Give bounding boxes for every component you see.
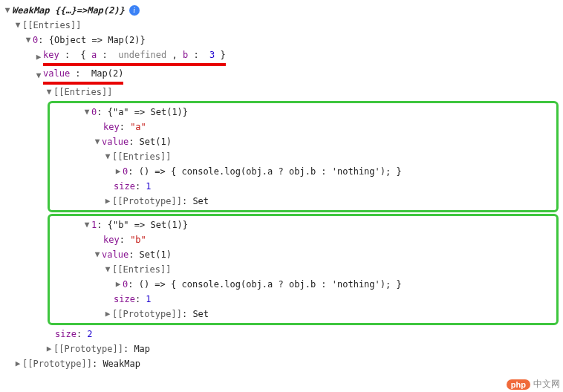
set-entry-index: 0 — [123, 277, 128, 292]
inner-0-size-row: size : 1 — [51, 179, 555, 194]
inner-0-set-entry-0-row[interactable]: 0 : () => { console.log(obj.a ? obj.b : … — [51, 164, 555, 179]
value-summary: Set(1) — [140, 134, 172, 149]
set-entry-value: () => { console.log(obj.a ? obj.b : 'not… — [139, 164, 402, 179]
proto-value: WeakMap — [102, 356, 140, 371]
inner-1-set-entries-row[interactable]: [[Entries]] — [51, 262, 555, 277]
root-summary-mid: => — [77, 3, 87, 18]
expand-arrow-icon[interactable] — [93, 247, 102, 262]
expand-arrow-icon[interactable] — [34, 68, 43, 83]
key-label: key — [103, 232, 120, 247]
prop-a-val: undefined — [118, 50, 166, 60]
root-type: WeakMap — [12, 3, 50, 18]
expand-arrow-icon[interactable] — [103, 307, 112, 321]
expand-arrow-icon[interactable] — [103, 194, 112, 209]
inner-1-size-row: size : 1 — [51, 292, 555, 307]
key-label: key — [103, 120, 120, 134]
prop-b-name: b — [183, 50, 188, 60]
expand-arrow-icon[interactable] — [103, 262, 112, 277]
expand-arrow-icon[interactable] — [103, 149, 112, 164]
watermark-text: 中文网 — [533, 378, 560, 391]
expand-arrow-icon[interactable] — [34, 50, 43, 65]
map-proto-row[interactable]: [[Prototype]] : Map — [3, 342, 563, 356]
value-label: value — [102, 247, 128, 262]
size-value: 1 — [146, 179, 151, 194]
inner-0-proto-row[interactable]: [[Prototype]] : Set — [51, 194, 555, 209]
set-entry-value: () => { console.log(obj.a ? obj.b : 'not… — [139, 277, 402, 292]
size-label: size — [114, 179, 135, 194]
entry-index: 0 — [33, 33, 38, 48]
root-summary-close: Map(2)} — [87, 3, 125, 18]
entries-row[interactable]: [[Entries]] — [3, 18, 563, 33]
sep: , — [172, 50, 183, 60]
size-label: size — [114, 292, 135, 307]
size-value: 1 — [146, 292, 151, 307]
size-label: size — [55, 327, 77, 342]
inner-0-value-row[interactable]: value : Set(1) — [51, 134, 555, 149]
expand-arrow-icon[interactable] — [45, 85, 53, 99]
entry-0-row[interactable]: 0 : {Object => Map(2)} — [3, 33, 563, 48]
inner-0-set-entries-row[interactable]: [[Entries]] — [51, 149, 555, 164]
root-summary-open: {{…} — [55, 3, 77, 18]
root-proto-row[interactable]: [[Prototype]] : WeakMap — [3, 356, 563, 371]
entries-label: [[Entries]] — [22, 18, 81, 33]
obj-open: { — [81, 50, 86, 60]
expand-arrow-icon[interactable] — [82, 218, 91, 232]
entry-summary: {Object => Map(2)} — [49, 33, 146, 48]
obj-close: } — [221, 50, 226, 60]
expand-arrow-icon[interactable] — [93, 134, 102, 149]
proto-label: [[Prototype]] — [112, 307, 182, 321]
expand-arrow-icon[interactable] — [13, 356, 22, 371]
inner-1-set-entry-0-row[interactable]: 0 : () => { console.log(obj.a ? obj.b : … — [51, 277, 555, 292]
prop-b-val: 3 — [209, 50, 215, 60]
expand-arrow-icon[interactable] — [13, 18, 22, 33]
proto-value: Map — [134, 342, 150, 356]
inner-index: 1 — [91, 218, 97, 232]
expand-arrow-icon[interactable] — [24, 33, 33, 48]
inner-1-row[interactable]: 1 : {"b" => Set(1)} — [51, 218, 555, 232]
prop-a-name: a — [91, 50, 97, 60]
entries-label: [[Entries]] — [112, 262, 171, 277]
watermark-logo: php — [507, 379, 530, 390]
proto-label: [[Prototype]] — [22, 356, 92, 371]
highlight-box-1: 1 : {"b" => Set(1)} key : "b" value : Se… — [48, 214, 559, 325]
size-value: 2 — [87, 327, 92, 342]
inner-entries-row[interactable]: [[Entries]] — [3, 85, 563, 99]
entries-label: [[Entries]] — [112, 149, 171, 164]
proto-label: [[Prototype]] — [53, 342, 123, 356]
expand-arrow-icon[interactable] — [82, 105, 91, 120]
highlight-box-0: 0 : {"a" => Set(1)} key : "a" value : Se… — [48, 101, 559, 212]
entry-0-key-row[interactable]: key : { a : undefined , b : 3 } — [3, 48, 563, 66]
inner-summary: {"a" => Set(1)} — [108, 105, 188, 120]
map-size-row: size : 2 — [3, 327, 563, 342]
inner-index: 0 — [91, 105, 97, 120]
watermark: php 中文网 — [507, 378, 560, 391]
expand-arrow-icon[interactable] — [114, 277, 123, 292]
inner-summary: {"b" => Set(1)} — [108, 218, 188, 232]
key-label: key — [43, 50, 59, 60]
key-value: "a" — [130, 120, 146, 134]
proto-value: Set — [192, 194, 209, 209]
inner-1-value-row[interactable]: value : Set(1) — [51, 247, 555, 262]
root-weakmap-row[interactable]: WeakMap {{…} => Map(2)} i — [3, 3, 563, 18]
value-summary: Map(2) — [91, 68, 123, 79]
inner-1-key-row[interactable]: key : "b" — [51, 232, 555, 247]
expand-arrow-icon[interactable] — [3, 3, 12, 18]
inner-0-key-row[interactable]: key : "a" — [51, 120, 555, 134]
entries-label: [[Entries]] — [53, 85, 112, 99]
value-summary: Set(1) — [140, 247, 172, 262]
inner-1-proto-row[interactable]: [[Prototype]] : Set — [51, 307, 555, 321]
expand-arrow-icon[interactable] — [114, 164, 123, 179]
info-icon[interactable]: i — [129, 5, 140, 16]
proto-value: Set — [192, 307, 209, 321]
inner-0-row[interactable]: 0 : {"a" => Set(1)} — [51, 105, 555, 120]
value-label: value — [43, 68, 70, 79]
value-label: value — [102, 134, 128, 149]
set-entry-index: 0 — [123, 164, 128, 179]
proto-label: [[Prototype]] — [112, 194, 182, 209]
key-value: "b" — [130, 232, 146, 247]
entry-0-value-row[interactable]: value : Map(2) — [3, 66, 563, 85]
expand-arrow-icon[interactable] — [45, 342, 53, 356]
